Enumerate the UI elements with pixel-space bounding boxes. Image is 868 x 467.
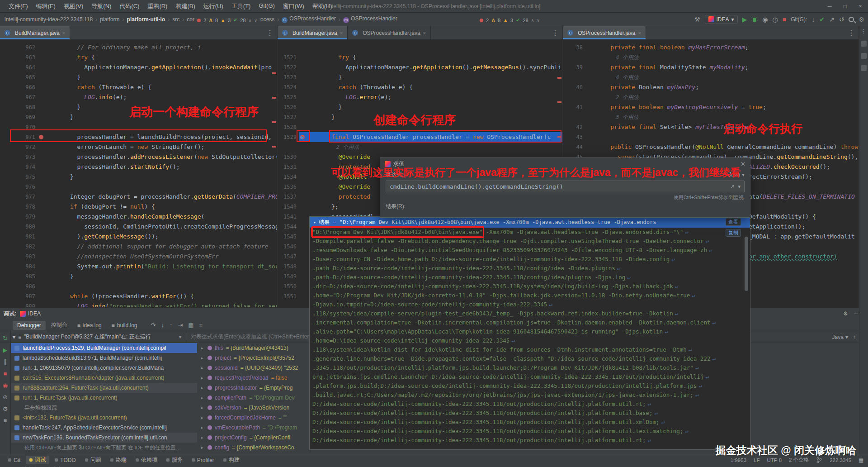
layout-menu-icon[interactable]: ≡ [199,322,203,329]
menu-item[interactable]: 导航(N) [87,1,115,12]
filter-funnel-icon[interactable]: ▼ [178,335,186,339]
tool-window-button[interactable]: 调试 [26,456,49,464]
notifications-icon[interactable] [861,41,867,47]
pause-icon[interactable]: ∥ [4,358,7,365]
menu-item[interactable]: 工具(T) [227,1,255,12]
minimize-icon[interactable]: ─ [822,0,837,13]
expander-icon[interactable]: ▾ [313,220,316,225]
run-config-selector[interactable]: IDEA ▾ [705,15,738,24]
tool-window-button[interactable]: 服务 [163,456,186,464]
debug-tab[interactable]: ≡build.log [107,321,142,330]
expression-input[interactable]: cmdLine.buildCommandLine().getCommandLin… [386,181,745,192]
stack-frame[interactable]: newTaskFor:136, BoundedTaskExecutor (com… [11,433,197,443]
stack-frame[interactable]: call:515, Executors$RunnableAdapter (jav… [11,373,197,383]
mute-breakpoints-icon[interactable]: ⊘ [3,394,8,400]
git-commit-icon[interactable]: ✔ [819,16,825,23]
step-into-icon[interactable]: ↓ [161,322,164,329]
menu-item[interactable]: 窗口(W) [279,1,308,12]
close-icon[interactable]: × [853,0,868,13]
debug-session-chip[interactable]: IDEA [20,310,41,317]
expander-icon[interactable]: ▸ [201,396,205,400]
tab-close-icon[interactable]: × [638,30,641,36]
menu-item[interactable]: 代码(C) [115,1,143,12]
evaluate-result-panel[interactable]: ▾ 结果 = "D:\Program Dev Kit\JDK\jdk8u412-… [309,216,750,450]
editor-tab[interactable]: COSProcessHandler.java× [348,26,431,39]
expand-icon[interactable]: ↗ [730,184,734,190]
tool-window-button[interactable]: 构建 [220,456,243,464]
git-push-icon[interactable]: ↗ [829,16,835,23]
stack-frame[interactable]: launchBuildProcess:1529, BuildManager (c… [11,343,197,353]
breadcrumb-item[interactable]: src [171,16,180,23]
line-separator[interactable]: LF [754,457,760,463]
watch-language-selector[interactable]: Java▾ [832,334,848,340]
breadcrumb-item[interactable]: platform-util-io [126,16,166,23]
settings-icon[interactable]: ⚙ [3,405,8,412]
rerun-icon[interactable]: ↻ [3,335,8,342]
prev-issue-icon[interactable]: ∧ [531,18,534,23]
tab-close-icon[interactable]: × [62,30,65,36]
profiler-icon[interactable]: ◷ [773,16,778,23]
tool-window-button[interactable]: Profiler [188,456,218,464]
breakpoint-icon[interactable]: ▶ [299,132,307,142]
copy-link[interactable]: 复制 [726,229,741,237]
menu-item[interactable]: 编辑(E) [32,1,60,12]
tool-window-button[interactable]: Git [5,456,24,464]
tool-window-hide-icon[interactable]: ─ [854,310,858,317]
indent-setting[interactable]: 2 个空格 [789,457,809,463]
git-update-icon[interactable]: ↓ [811,16,815,23]
debug-tab[interactable]: ≡idea.log [73,321,106,330]
search-icon[interactable] [849,17,854,22]
resume-icon[interactable]: ▶ [3,347,8,353]
thread-selector[interactable]: ▾ ≡ "BuildManager Pool"@5,327 在组"main"在:… [0,331,186,343]
expander-icon[interactable]: ▸ [201,356,205,360]
stack-frame[interactable]: run:-1, 2069135079 (com.intellij.compile… [11,363,197,373]
tool-window-settings-gear-icon[interactable]: ⚙ [843,310,848,317]
expander-icon[interactable]: ▸ [201,346,205,350]
debug-tab[interactable]: 控制台 [47,320,72,330]
breadcrumb-item[interactable]: intellij-community-idea-222.3345.118 [4,16,94,23]
stack-frame[interactable]: <init>:132, FutureTask (java.util.concur… [11,413,197,423]
frames-list[interactable]: launchBuildProcess:1529, BuildManager (c… [11,343,197,455]
stack-frame[interactable]: lambda$scheduleBuild$13:971, BuildManage… [11,353,197,363]
maximize-icon[interactable]: □ [837,0,853,13]
git-branch-name[interactable]: 222.3345 [830,457,851,463]
breakpoint-icon[interactable] [38,132,45,142]
file-encoding[interactable]: UTF-8 [767,457,782,463]
inspection-widget[interactable]: 2 A8 ▲3 ✔28 ∧ ∨ [194,16,260,24]
history-chevron-icon[interactable]: ▾ [738,184,741,190]
expander-icon[interactable]: ▸ [201,415,205,420]
expander-icon[interactable]: ▸ [201,445,205,450]
maven-icon[interactable] [861,65,867,71]
result-tree-node[interactable]: ▾ 结果 = "D:\Program Dev Kit\JDK\jdk8u412-… [310,217,750,228]
editor-pane-left[interactable]: CBuildManager.java×⋮ 962 // For ordinary… [0,26,278,307]
tab-close-icon[interactable]: × [340,30,343,36]
menu-item[interactable]: Git(G) [255,1,278,12]
editor-tab[interactable]: CBuildManager.java× [0,26,70,39]
prev-issue-icon[interactable]: ∧ [249,18,252,23]
breadcrumb-item[interactable]: COSProcessHandler [281,15,337,23]
run-to-cursor-icon[interactable]: ⇥ [178,322,183,329]
layout-grid-icon[interactable]: ▦ [188,322,193,329]
menu-item[interactable]: 运行(U) [199,1,227,12]
view-breakpoints-icon[interactable]: ◉ [3,382,8,389]
step-out-icon[interactable]: ↑ [170,322,173,329]
editor-tab[interactable]: CBuildManager.java× [278,26,348,39]
notifications-icon[interactable]: ▦ [859,457,863,463]
tab-options-kebab-icon[interactable]: ⋮ [844,26,859,39]
expander-icon[interactable]: ▸ [201,366,205,370]
tab-close-icon[interactable]: × [423,30,426,36]
next-issue-icon[interactable]: ∨ [254,18,257,23]
caret-position[interactable]: 1:9953 [731,457,746,463]
tool-window-button[interactable]: 问题 [81,456,105,464]
expander-icon[interactable]: ▸ [201,386,205,390]
breadcrumb-item[interactable]: platform [99,16,120,23]
tab-options-kebab-icon[interactable]: ⋮ [263,26,277,39]
restore-layout-icon[interactable]: ≡ [4,417,7,424]
dialog-close-icon[interactable]: ✕ [741,161,745,167]
editor-tab[interactable]: COSProcessHandler.java× [563,26,646,39]
debug-bug-icon[interactable] [751,16,758,23]
stop-icon[interactable]: ■ [4,370,7,377]
stack-frame[interactable]: run:-1, FutureTask (java.util.concurrent… [11,393,197,403]
stop-button[interactable]: ■ [783,16,786,23]
tool-window-button[interactable]: 终端 [107,456,130,464]
